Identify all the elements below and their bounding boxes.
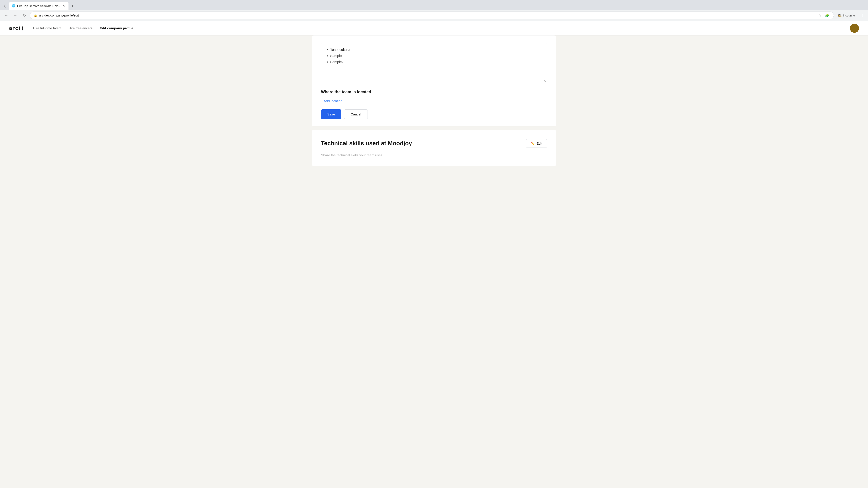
textarea-list: Team culture Sample Sample2 [325, 46, 543, 65]
url-text: arc.dev/company-profile/edit [39, 13, 815, 17]
bookmark-button[interactable]: ☆ [816, 12, 823, 19]
textarea-wrapper: Team culture Sample Sample2 ↘ [321, 43, 547, 84]
address-bar-row: ← → ↻ 🔒 arc.dev/company-profile/edit ☆ 🧩… [0, 10, 868, 21]
new-tab-button[interactable]: + [69, 3, 76, 9]
skills-card-header: Technical skills used at Moodjoy ✏️ Edit [321, 139, 547, 148]
tab-favicon: 🌐 [12, 4, 16, 8]
cancel-button[interactable]: Cancel [344, 109, 368, 119]
tab-title: Hire Top Remote Software Dev... [17, 4, 60, 8]
page-content: Team culture Sample Sample2 ↘ Where the … [307, 35, 561, 166]
logo[interactable]: arc() [9, 25, 24, 31]
menu-button[interactable]: ⋮ [859, 12, 865, 19]
location-heading: Where the team is located [321, 90, 547, 94]
add-location-button[interactable]: + Add location [321, 99, 342, 103]
incognito-badge: 🕵️ Incognito [836, 13, 857, 18]
team-description-textarea[interactable]: Team culture Sample Sample2 [321, 43, 547, 84]
list-item: Team culture [330, 46, 543, 53]
list-item: Sample [330, 53, 543, 59]
list-item: Sample2 [330, 59, 543, 65]
back-button[interactable]: ← [3, 12, 10, 19]
edit-skills-label: Edit [536, 141, 542, 145]
edit-company-link[interactable]: Edit company profile [100, 26, 133, 30]
refresh-button[interactable]: ↻ [21, 12, 28, 19]
site-header: arc() Hire full-time talent Hire freelan… [0, 21, 868, 35]
edit-skills-button[interactable]: ✏️ Edit [526, 139, 547, 148]
action-buttons: Save Cancel [321, 109, 547, 119]
forward-button[interactable]: → [12, 12, 19, 19]
edit-team-card: Team culture Sample Sample2 ↘ Where the … [312, 35, 556, 126]
edit-pencil-icon: ✏️ [531, 142, 535, 145]
address-bar-actions: ☆ 🧩 [816, 12, 830, 19]
tab-close-button[interactable]: ✕ [62, 4, 66, 8]
address-bar[interactable]: 🔒 arc.dev/company-profile/edit ☆ 🧩 [30, 11, 834, 19]
location-section: Where the team is located + Add location [321, 90, 547, 103]
skills-placeholder: Share the technical skills your team use… [321, 153, 547, 157]
lock-icon: 🔒 [34, 14, 37, 17]
hire-freelancers-link[interactable]: Hire freelancers [68, 26, 92, 30]
main-nav: Hire full-time talent Hire freelancers E… [33, 26, 841, 30]
browser-chrome: ❮ 🌐 Hire Top Remote Software Dev... ✕ + … [0, 0, 868, 21]
tab-group-arrow[interactable]: ❮ [2, 3, 8, 9]
hire-fulltime-link[interactable]: Hire full-time talent [33, 26, 61, 30]
extensions-button[interactable]: 🧩 [824, 12, 830, 19]
save-button[interactable]: Save [321, 109, 341, 119]
skills-title: Technical skills used at Moodjoy [321, 140, 412, 147]
user-avatar[interactable] [850, 24, 859, 33]
incognito-icon: 🕵️ [838, 14, 842, 17]
technical-skills-card: Technical skills used at Moodjoy ✏️ Edit… [312, 130, 556, 166]
incognito-label: Incognito [843, 14, 855, 17]
active-tab[interactable]: 🌐 Hire Top Remote Software Dev... ✕ [9, 2, 68, 10]
tab-bar: ❮ 🌐 Hire Top Remote Software Dev... ✕ + [0, 0, 868, 10]
